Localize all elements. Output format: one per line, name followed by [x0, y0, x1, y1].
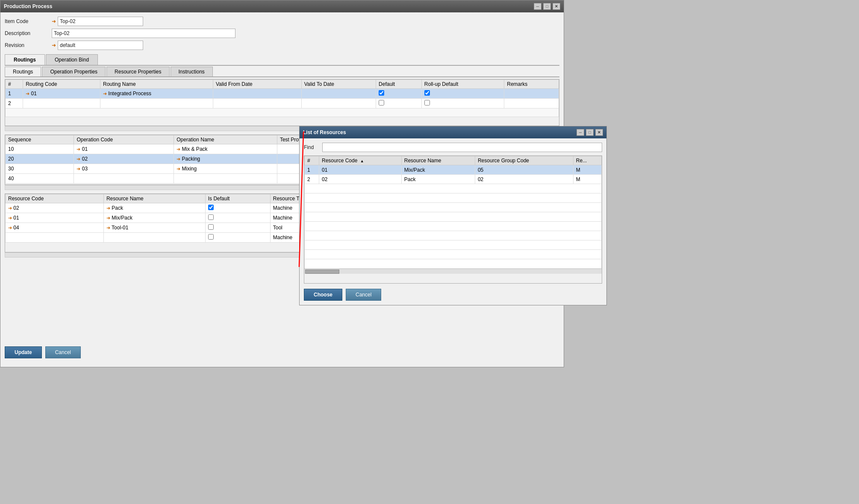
res-name: ➜ Tool-01	[103, 223, 205, 233]
row-rollup-check[interactable]	[421, 89, 504, 99]
row-remarks	[504, 89, 559, 99]
table-row[interactable]: 1 ➜ 01 ➜ Integrated Process	[6, 89, 559, 99]
rollup-checkbox[interactable]	[424, 90, 430, 96]
col-valid-to: Valid To Date	[301, 80, 376, 89]
col-res-name: Resource Name	[103, 194, 205, 203]
col-dialog-re: Re...	[573, 156, 601, 165]
dialog-hscroll-thumb[interactable]	[305, 270, 339, 274]
dialog-maximize-button[interactable]: □	[586, 129, 594, 136]
col-seq: Sequence	[6, 135, 74, 144]
item-code-arrow: ➜	[52, 18, 56, 24]
dialog-row-name: Pack	[401, 175, 475, 184]
default-checkbox-2[interactable]	[379, 100, 384, 105]
res-is-default[interactable]	[205, 233, 270, 243]
close-button[interactable]: ✕	[553, 3, 560, 10]
dialog-window: List of Resources ─ □ ✕ Find # Resource …	[299, 126, 607, 305]
dialog-body: Find # Resource Code ▲ Resource Name Res…	[300, 138, 606, 307]
update-button[interactable]: Update	[5, 346, 42, 358]
row-routing-code: ➜ 01	[23, 89, 100, 99]
revision-input[interactable]	[58, 41, 143, 50]
dialog-cancel-button[interactable]: Cancel	[346, 289, 381, 301]
rollup-checkbox-2[interactable]	[424, 100, 430, 105]
row-routing-code	[23, 99, 100, 108]
res-is-default[interactable]	[205, 213, 270, 223]
res-code: ➜ 01	[6, 213, 104, 223]
op-code	[74, 174, 174, 184]
table-row-empty	[305, 250, 602, 259]
tab-routings-inner[interactable]: Routings	[5, 67, 41, 76]
is-default-checkbox-4[interactable]	[208, 234, 214, 240]
is-default-checkbox-2[interactable]	[208, 214, 214, 220]
col-rollup: Roll-up Default	[421, 80, 504, 89]
cancel-button[interactable]: Cancel	[45, 346, 81, 358]
is-default-checkbox-3[interactable]	[208, 224, 214, 230]
description-row: Description	[5, 29, 559, 38]
res-is-default[interactable]	[205, 203, 270, 213]
maximize-button[interactable]: □	[543, 3, 551, 10]
inner-tabs: Routings Operation Properties Resource P…	[5, 67, 559, 77]
res-name: ➜ Mix/Pack	[103, 213, 205, 223]
dialog-row-re: M	[573, 175, 601, 184]
choose-button[interactable]: Choose	[304, 289, 342, 301]
find-row: Find	[304, 143, 602, 152]
col-dialog-res-code[interactable]: Resource Code ▲	[319, 156, 401, 165]
table-row[interactable]: 1 01 Mix/Pack 05 M	[305, 165, 602, 175]
dialog-row-num: 2	[305, 175, 319, 184]
item-code-row: Item Code ➜	[5, 17, 559, 26]
row-routing-name	[100, 99, 213, 108]
item-code-label: Item Code	[5, 18, 52, 24]
minimize-button[interactable]: ─	[534, 3, 541, 10]
op-code: ➜ 02	[74, 154, 174, 164]
row-valid-from	[213, 99, 301, 108]
is-default-checkbox[interactable]	[208, 205, 214, 210]
tab-operation-properties[interactable]: Operation Properties	[42, 67, 106, 76]
description-input[interactable]	[52, 29, 235, 38]
table-row-empty	[305, 231, 602, 240]
row-default-check[interactable]	[376, 99, 422, 108]
row-num: 2	[6, 99, 23, 108]
dialog-close-button[interactable]: ✕	[595, 129, 603, 136]
dialog-hscroll[interactable]	[304, 269, 602, 274]
col-op-name: Operation Name	[174, 135, 277, 144]
col-valid-from: Valid From Date	[213, 80, 301, 89]
dialog-row-code: 01	[319, 165, 401, 175]
table-row-empty	[6, 108, 559, 117]
col-is-default: Is Default	[205, 194, 270, 203]
dialog-table-header: # Resource Code ▲ Resource Name Resource…	[305, 156, 602, 165]
res-is-default[interactable]	[205, 223, 270, 233]
col-dialog-group-code: Resource Group Code	[475, 156, 573, 165]
tab-resource-properties[interactable]: Resource Properties	[106, 67, 169, 76]
dialog-minimize-button[interactable]: ─	[577, 129, 584, 136]
op-seq: 40	[6, 174, 74, 184]
col-remarks: Remarks	[504, 80, 559, 89]
tab-instructions[interactable]: Instructions	[171, 67, 213, 76]
find-input[interactable]	[322, 143, 602, 152]
main-window-controls: ─ □ ✕	[534, 3, 560, 10]
table-row[interactable]: 2	[6, 99, 559, 108]
row-routing-name: ➜ Integrated Process	[100, 89, 213, 99]
row-rollup-check[interactable]	[421, 99, 504, 108]
res-name: ➜ Pack	[103, 203, 205, 213]
op-name: ➜ Mixing	[174, 164, 277, 174]
op-code: ➜ 03	[74, 164, 174, 174]
revision-arrow: ➜	[52, 42, 56, 48]
op-name	[174, 174, 277, 184]
item-code-input[interactable]	[58, 17, 143, 26]
main-title: Production Process	[4, 3, 534, 9]
tab-operation-bind[interactable]: Operation Bind	[46, 54, 98, 65]
op-name: ➜ Packing	[174, 154, 277, 164]
row-default-check[interactable]	[376, 89, 422, 99]
row-valid-from	[213, 89, 301, 99]
res-code: ➜ 04	[6, 223, 104, 233]
dialog-resources-table: # Resource Code ▲ Resource Name Resource…	[304, 156, 602, 269]
res-code: ➜ 02	[6, 203, 104, 213]
op-seq: 20	[6, 154, 74, 164]
outer-tabs: Routings Operation Bind	[5, 54, 559, 66]
table-row-empty	[305, 240, 602, 250]
dialog-row-group: 02	[475, 175, 573, 184]
table-row[interactable]: 2 02 Pack 02 M	[305, 175, 602, 184]
routings-header: # Routing Code Routing Name Valid From D…	[6, 80, 559, 89]
tab-routings-outer[interactable]: Routings	[5, 54, 45, 65]
default-checkbox[interactable]	[379, 90, 384, 96]
dialog-row-group: 05	[475, 165, 573, 175]
